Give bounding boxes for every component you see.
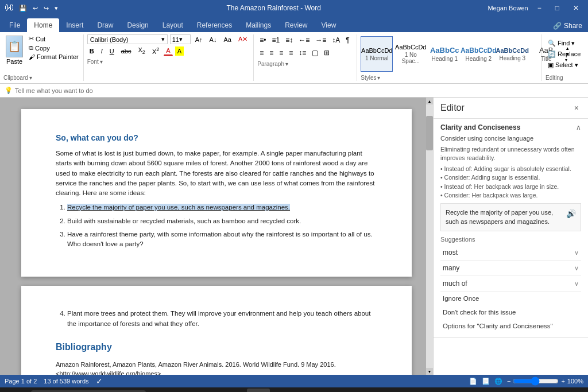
zoom-slider[interactable] (513, 377, 559, 386)
clipboard-expand-icon[interactable]: ▾ (29, 75, 32, 81)
increase-indent-button[interactable]: →≡ (313, 34, 328, 46)
tab-layout[interactable]: Layout (156, 18, 190, 32)
tell-me-input[interactable]: 💡 Tell me what you want to do (5, 87, 583, 94)
outlook-app[interactable]: O (319, 389, 342, 392)
tab-view[interactable]: View (315, 18, 343, 32)
scroll-track[interactable] (426, 104, 433, 368)
file-explorer-app[interactable]: 🗂 (175, 389, 198, 392)
suggestion-much-of[interactable]: much of ∨ (440, 276, 581, 292)
paste-button[interactable]: 📋 Paste (3, 34, 25, 66)
multilevel-button[interactable]: ≡↕ (283, 34, 295, 46)
close-button[interactable]: ✕ (568, 3, 583, 13)
style-normal[interactable]: AaBbCcDd 1 Normal (361, 36, 393, 72)
select-button[interactable]: ▣ Select ▾ (546, 60, 585, 70)
tab-draw[interactable]: Draw (90, 18, 120, 32)
style-heading1[interactable]: AaBbCc Heading 1 (428, 36, 461, 72)
align-right-button[interactable]: ≡ (277, 47, 285, 59)
speaker-icon[interactable]: 🔊 (566, 208, 576, 220)
excel-app[interactable]: X (271, 389, 294, 392)
edge-app[interactable]: 🌐 (199, 389, 222, 392)
bibliography-heading: Bibliography (56, 340, 377, 354)
find-button[interactable]: 🔍 Find ▾ (546, 38, 585, 48)
shrink-font-button[interactable]: A↓ (207, 35, 219, 44)
cut-button[interactable]: ✂ Cut (28, 34, 80, 43)
ignore-once-button[interactable]: Ignore Once (440, 292, 581, 305)
scroll-down-button[interactable]: ▼ (426, 368, 433, 375)
style-no-spacing[interactable]: AaBbCcDd 1 No Spac... (394, 36, 427, 72)
tab-review[interactable]: Review (278, 18, 314, 32)
underline-button[interactable]: U (107, 46, 117, 56)
document-area[interactable]: So, what can you do? Some of what is los… (0, 98, 433, 375)
paragraph-expand-icon[interactable]: ▾ (285, 61, 288, 67)
italic-button[interactable]: I (99, 46, 105, 56)
save-button[interactable]: 💾 (17, 3, 29, 13)
font-expand-icon[interactable]: ▾ (100, 59, 103, 65)
bullets-button[interactable]: ≡• (257, 34, 268, 46)
document-page-1: So, what can you do? Some of what is los… (21, 109, 412, 277)
tab-mailings[interactable]: Mailings (239, 18, 278, 32)
show-hide-button[interactable]: ¶ (343, 34, 351, 46)
clear-formatting-button[interactable]: A✕ (236, 34, 250, 44)
style-heading3[interactable]: AaBbCcDd Heading 3 (496, 36, 528, 72)
grow-font-button[interactable]: A↑ (193, 35, 205, 44)
numbering-button[interactable]: ≡1 (269, 34, 282, 46)
suggestion-most[interactable]: most ∨ (440, 245, 581, 261)
scroll-thumb[interactable] (426, 116, 433, 150)
suggestion-many[interactable]: many ∨ (440, 261, 581, 276)
tab-references[interactable]: References (190, 18, 239, 32)
onenote-app[interactable]: N (343, 389, 366, 392)
editor-section-toggle[interactable]: ∧ (576, 123, 581, 131)
view-web-icon[interactable]: 🌐 (494, 378, 502, 385)
decrease-indent-button[interactable]: ←≡ (296, 34, 312, 46)
start-button[interactable] (2, 389, 29, 392)
replace-button[interactable]: 🔄 Replace (546, 49, 585, 59)
style-heading2[interactable]: AaBbCcDd Heading 2 (462, 36, 494, 72)
view-print-icon[interactable]: 📃 (482, 378, 490, 385)
highlight-color-button[interactable]: A (175, 46, 184, 56)
view-read-icon[interactable]: 📄 (469, 378, 477, 385)
change-case-button[interactable]: Aa (221, 35, 233, 44)
vertical-scrollbar[interactable]: ▲ ▼ (426, 98, 433, 375)
shading-button[interactable]: ▢ (310, 47, 320, 59)
justify-button[interactable]: ≡ (287, 47, 295, 59)
scroll-up-button[interactable]: ▲ (426, 98, 433, 104)
zoom-out-button[interactable]: − (507, 378, 510, 385)
task-view-button[interactable]: ⧉ (150, 389, 173, 392)
bold-button[interactable]: B (87, 46, 96, 56)
styles-expand-icon[interactable]: ▾ (377, 75, 380, 81)
dont-check-button[interactable]: Don't check for this issue (440, 305, 581, 319)
options-button[interactable]: Options for "Clarity and Conciseness" (440, 319, 581, 333)
editor-close-button[interactable]: × (572, 102, 581, 114)
font-color-button[interactable]: A (164, 46, 172, 56)
share-button[interactable]: 🔗 Share (547, 20, 588, 32)
tab-insert[interactable]: Insert (59, 18, 90, 32)
sort-button[interactable]: ↕A (330, 34, 342, 46)
mail-app[interactable]: ✉ (223, 389, 246, 392)
borders-button[interactable]: ⊞ (322, 47, 332, 59)
undo-button[interactable]: ↩ (31, 3, 40, 13)
superscript-button[interactable]: X2 (150, 45, 161, 56)
align-center-button[interactable]: ≡ (267, 47, 276, 59)
font-name-selector[interactable]: Calibri (Body) ▾ (87, 34, 168, 44)
maximize-button[interactable]: □ (551, 3, 564, 13)
minimize-button[interactable]: − (533, 3, 546, 13)
tab-design[interactable]: Design (120, 18, 155, 32)
suggestion-chevron-icon: ∨ (574, 280, 579, 288)
clipboard-label: Clipboard ▾ (3, 75, 80, 81)
align-left-button[interactable]: ≡ (257, 47, 266, 59)
copy-button[interactable]: ⧉ Copy (28, 44, 80, 52)
proofing-icon[interactable]: ✓ (96, 377, 103, 386)
powerpoint-app[interactable]: P (295, 389, 318, 392)
tab-home[interactable]: Home (27, 18, 59, 32)
line-spacing-button[interactable]: ↕≡ (296, 47, 308, 59)
tab-file[interactable]: File (2, 18, 27, 32)
redo-button[interactable]: ↪ (42, 3, 51, 13)
font-size-selector[interactable]: 11 ▾ (170, 34, 191, 44)
paragraph-row2: ≡ ≡ ≡ ≡ ↕≡ ▢ ⊞ (257, 47, 353, 59)
subscript-button[interactable]: X2 (136, 45, 147, 56)
word-app[interactable]: W (247, 389, 270, 392)
zoom-in-button[interactable]: + (561, 378, 564, 385)
format-painter-button[interactable]: 🖌 Format Painter (28, 53, 80, 61)
customize-button[interactable]: ▾ (53, 3, 60, 13)
strikethrough-button[interactable]: abc (119, 46, 134, 56)
